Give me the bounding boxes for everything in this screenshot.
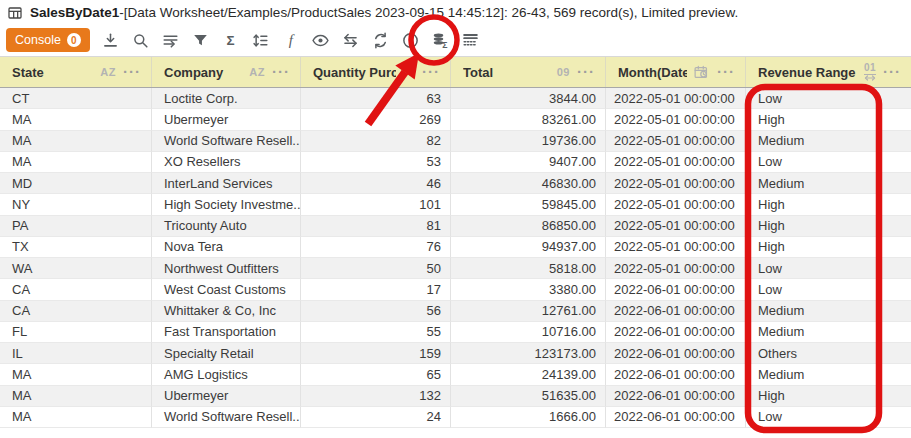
cell-total[interactable]: 9407.00 xyxy=(451,152,606,173)
cell-revenue-range[interactable]: Low xyxy=(746,407,911,428)
cell-company[interactable]: Tricounty Auto xyxy=(152,216,301,237)
cell-revenue-range[interactable]: High xyxy=(746,386,911,407)
cell-month-date[interactable]: 2022-05-01 00:00:00 xyxy=(606,237,746,258)
cell-company[interactable]: Whittaker & Co, Inc xyxy=(152,301,301,322)
cell-state[interactable]: CA xyxy=(0,279,152,300)
column-header-month-date[interactable]: Month(Date)··· xyxy=(606,57,746,87)
column-header-state[interactable]: StateAZ··· xyxy=(0,57,152,87)
cell-revenue-range[interactable]: Low xyxy=(746,152,911,173)
cell-company[interactable]: World Software Resell... xyxy=(152,131,301,152)
cell-quantity[interactable]: 269 xyxy=(301,109,451,130)
function-f-icon[interactable]: f xyxy=(276,26,306,54)
cell-quantity[interactable]: 65 xyxy=(301,364,451,385)
group-rows-icon[interactable] xyxy=(456,26,486,54)
search-icon[interactable] xyxy=(126,26,156,54)
cell-total[interactable]: 12761.00 xyxy=(451,301,606,322)
cell-revenue-range[interactable]: Low xyxy=(746,88,911,109)
cell-month-date[interactable]: 2022-06-01 00:00:00 xyxy=(606,407,746,428)
cell-revenue-range[interactable]: High xyxy=(746,237,911,258)
cell-revenue-range[interactable]: Medium xyxy=(746,322,911,343)
cell-month-date[interactable]: 2022-05-01 00:00:00 xyxy=(606,109,746,130)
cell-total[interactable]: 10716.00 xyxy=(451,322,606,343)
line-spacing-sort-icon[interactable] xyxy=(246,26,276,54)
cell-quantity[interactable]: 81 xyxy=(301,216,451,237)
cell-total[interactable]: 46830.00 xyxy=(451,173,606,194)
cell-quantity[interactable]: 159 xyxy=(301,343,451,364)
cell-quantity[interactable]: 53 xyxy=(301,152,451,173)
column-header-company[interactable]: CompanyAZ··· xyxy=(152,57,301,87)
cell-month-date[interactable]: 2022-06-01 00:00:00 xyxy=(606,364,746,385)
cell-state[interactable]: MA xyxy=(0,407,152,428)
cell-quantity[interactable]: 76 xyxy=(301,237,451,258)
cell-total[interactable]: 3380.00 xyxy=(451,279,606,300)
cell-state[interactable]: PA xyxy=(0,216,152,237)
column-header-total[interactable]: Total09··· xyxy=(451,57,606,87)
cell-month-date[interactable]: 2022-05-01 00:00:00 xyxy=(606,258,746,279)
cell-month-date[interactable]: 2022-05-01 00:00:00 xyxy=(606,194,746,215)
cell-revenue-range[interactable]: High xyxy=(746,216,911,237)
cell-state[interactable]: IL xyxy=(0,343,152,364)
cell-quantity[interactable]: 24 xyxy=(301,407,451,428)
cell-month-date[interactable]: 2022-06-01 00:00:00 xyxy=(606,279,746,300)
sigma-sum-icon[interactable]: Σ xyxy=(216,26,246,54)
column-menu-dots-icon[interactable]: ··· xyxy=(717,67,735,77)
cell-quantity[interactable]: 50 xyxy=(301,258,451,279)
cell-quantity[interactable]: 132 xyxy=(301,386,451,407)
cell-total[interactable]: 24139.00 xyxy=(451,364,606,385)
cell-state[interactable]: TX xyxy=(0,237,152,258)
wrap-lines-icon[interactable] xyxy=(156,26,186,54)
download-icon[interactable] xyxy=(96,26,126,54)
cell-company[interactable]: Northwest Outfitters xyxy=(152,258,301,279)
column-menu-dots-icon[interactable]: ··· xyxy=(272,67,290,77)
cell-revenue-range[interactable]: Low xyxy=(746,279,911,300)
cell-revenue-range[interactable]: Medium xyxy=(746,301,911,322)
column-header-quantity[interactable]: Quantity Purcha...09··· xyxy=(301,57,451,87)
cell-company[interactable]: Nova Tera xyxy=(152,237,301,258)
cell-company[interactable]: XO Resellers xyxy=(152,152,301,173)
cell-state[interactable]: FL xyxy=(0,322,152,343)
cell-revenue-range[interactable]: Medium xyxy=(746,131,911,152)
cell-state[interactable]: CA xyxy=(0,301,152,322)
cell-state[interactable]: MD xyxy=(0,173,152,194)
cell-revenue-range[interactable]: Others xyxy=(746,343,911,364)
cell-revenue-range[interactable]: Medium xyxy=(746,364,911,385)
cell-total[interactable]: 94937.00 xyxy=(451,237,606,258)
cell-month-date[interactable]: 2022-06-01 00:00:00 xyxy=(606,343,746,364)
cell-state[interactable]: MA xyxy=(0,386,152,407)
cell-total[interactable]: 123173.00 xyxy=(451,343,606,364)
cell-company[interactable]: Loctite Corp. xyxy=(152,88,301,109)
cell-quantity[interactable]: 17 xyxy=(301,279,451,300)
cell-quantity[interactable]: 56 xyxy=(301,301,451,322)
column-header-revenue-range[interactable]: Revenue Range01··· xyxy=(746,57,911,87)
cell-state[interactable]: MA xyxy=(0,109,152,130)
cell-total[interactable]: 1666.00 xyxy=(451,407,606,428)
cell-company[interactable]: World Software Resell... xyxy=(152,407,301,428)
cell-total[interactable]: 51635.00 xyxy=(451,386,606,407)
cell-total[interactable]: 86850.00 xyxy=(451,216,606,237)
cell-month-date[interactable]: 2022-06-01 00:00:00 xyxy=(606,322,746,343)
cell-month-date[interactable]: 2022-05-01 00:00:00 xyxy=(606,216,746,237)
cell-month-date[interactable]: 2022-05-01 00:00:00 xyxy=(606,173,746,194)
cell-company[interactable]: AMG Logistics xyxy=(152,364,301,385)
cell-month-date[interactable]: 2022-06-01 00:00:00 xyxy=(606,386,746,407)
cell-company[interactable]: Fast Transportation xyxy=(152,322,301,343)
cell-company[interactable]: West Coast Customs xyxy=(152,279,301,300)
cell-quantity[interactable]: 101 xyxy=(301,194,451,215)
cell-state[interactable]: MA xyxy=(0,152,152,173)
column-menu-dots-icon[interactable]: ··· xyxy=(123,67,141,77)
cell-state[interactable]: NY xyxy=(0,194,152,215)
cell-company[interactable]: InterLand Services xyxy=(152,173,301,194)
filter-icon[interactable] xyxy=(186,26,216,54)
cell-state[interactable]: CT xyxy=(0,88,152,109)
cell-month-date[interactable]: 2022-05-01 00:00:00 xyxy=(606,152,746,173)
column-menu-dots-icon[interactable]: ··· xyxy=(422,67,440,77)
column-menu-dots-icon[interactable]: ··· xyxy=(883,67,901,77)
cell-quantity[interactable]: 63 xyxy=(301,88,451,109)
cell-month-date[interactable]: 2022-05-01 00:00:00 xyxy=(606,131,746,152)
column-menu-dots-icon[interactable]: ··· xyxy=(577,67,595,77)
cell-total[interactable]: 19736.00 xyxy=(451,131,606,152)
aggregate-data-sigma-icon[interactable]: Σ xyxy=(426,26,456,54)
cell-quantity[interactable]: 55 xyxy=(301,322,451,343)
cell-revenue-range[interactable]: High xyxy=(746,109,911,130)
play-circle-icon[interactable] xyxy=(396,26,426,54)
